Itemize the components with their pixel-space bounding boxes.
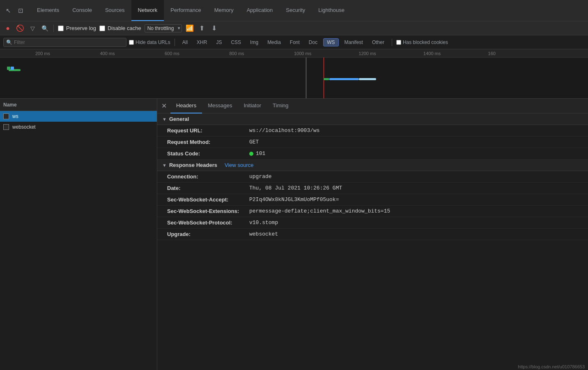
filter-manifest[interactable]: Manifest bbox=[341, 39, 366, 46]
throttle-wrapper: No throttling Fast 3G Slow 3G Offline bbox=[145, 24, 182, 32]
list-item-ws[interactable]: ws bbox=[0, 111, 157, 122]
websocket-item-label: websocket bbox=[12, 124, 36, 130]
wf-bar-2 bbox=[306, 64, 306, 81]
tick-4: 1000 ms bbox=[294, 51, 311, 56]
detail-tab-timing[interactable]: Timing bbox=[267, 99, 294, 113]
tab-security[interactable]: Security bbox=[279, 0, 312, 21]
record-button[interactable]: ● bbox=[3, 24, 12, 33]
detail-close-button[interactable]: ✕ bbox=[159, 101, 169, 111]
preserve-log-checkbox[interactable] bbox=[58, 25, 64, 31]
date-value: Thu, 08 Jul 2021 10:26:26 GMT bbox=[249, 185, 342, 191]
filter-other[interactable]: Other bbox=[369, 39, 388, 46]
tab-console[interactable]: Console bbox=[66, 0, 99, 21]
wf-bar-4 bbox=[329, 78, 359, 80]
network-list-header-label: Name bbox=[3, 102, 17, 108]
general-section-header[interactable]: ▼ General bbox=[157, 113, 588, 125]
filter-separator bbox=[175, 39, 175, 46]
status-code-row: Status Code: 101 bbox=[157, 148, 588, 160]
filter-all[interactable]: All bbox=[179, 39, 191, 46]
ws-item-icon bbox=[3, 113, 9, 119]
tab-memory[interactable]: Memory bbox=[208, 0, 240, 21]
timeline-area: 200 ms 400 ms 600 ms 800 ms 1000 ms 1200… bbox=[0, 49, 588, 99]
detail-tab-headers[interactable]: Headers bbox=[170, 99, 202, 113]
tick-1: 400 ms bbox=[100, 51, 115, 56]
filter-js[interactable]: JS bbox=[213, 39, 225, 46]
filter-separator-2 bbox=[392, 39, 392, 46]
filter-icon[interactable]: ▽ bbox=[28, 24, 37, 33]
request-method-key: Request Method: bbox=[167, 139, 249, 145]
request-method-row: Request Method: GET bbox=[157, 136, 588, 148]
sec-ws-protocol-value: v10.stomp bbox=[249, 220, 278, 226]
tab-lighthouse[interactable]: Lighthouse bbox=[312, 0, 351, 21]
throttle-select[interactable]: No throttling Fast 3G Slow 3G Offline bbox=[145, 24, 182, 32]
connection-row: Connection: upgrade bbox=[157, 171, 588, 183]
hide-data-urls-checkbox[interactable] bbox=[129, 40, 134, 45]
detail-tab-initiator[interactable]: Initiator bbox=[238, 99, 267, 113]
filter-input-wrapper[interactable]: 🔍 bbox=[3, 38, 126, 47]
request-url-value: ws://localhost:9003/ws bbox=[249, 127, 320, 134]
tab-network[interactable]: Network bbox=[131, 0, 164, 21]
top-nav: ↖ ⊡ Elements Console Sources Network Per… bbox=[0, 0, 588, 21]
list-item-websocket[interactable]: websocket bbox=[0, 122, 157, 132]
content-area: Name ws websocket ✕ Headers Messages Ini… bbox=[0, 99, 588, 370]
status-code-value: 101 bbox=[249, 150, 265, 157]
tab-sources[interactable]: Sources bbox=[99, 0, 131, 21]
tick-0: 200 ms bbox=[35, 51, 50, 56]
upload-icon[interactable]: ⬆ bbox=[198, 24, 207, 33]
sec-ws-extensions-key: Sec-WebSocket-Extensions: bbox=[167, 208, 249, 214]
request-url-row: Request URL: ws://localhost:9003/ws bbox=[157, 125, 588, 136]
filter-xhr[interactable]: XHR bbox=[193, 39, 210, 46]
general-arrow-icon: ▼ bbox=[162, 117, 167, 122]
sec-ws-extensions-row: Sec-WebSocket-Extensions: permessage-def… bbox=[157, 206, 588, 217]
search-icon[interactable]: 🔍 bbox=[40, 24, 49, 33]
tab-elements[interactable]: Elements bbox=[30, 0, 66, 21]
filter-doc[interactable]: Doc bbox=[305, 39, 321, 46]
wifi-icon[interactable]: 📶 bbox=[185, 24, 194, 33]
has-blocked-checkbox[interactable] bbox=[396, 40, 401, 45]
preserve-log-label[interactable]: Preserve log bbox=[58, 25, 96, 31]
tab-application[interactable]: Application bbox=[240, 0, 280, 21]
view-source-link[interactable]: View source bbox=[225, 162, 254, 168]
cursor-icon[interactable]: ↖ bbox=[3, 6, 13, 16]
sec-ws-accept-key: Sec-WebSocket-Accept: bbox=[167, 197, 249, 203]
filter-css[interactable]: CSS bbox=[227, 39, 244, 46]
status-code-key: Status Code: bbox=[167, 150, 249, 157]
connection-key: Connection: bbox=[167, 173, 249, 180]
disable-cache-checkbox[interactable] bbox=[99, 25, 105, 31]
response-headers-section-header[interactable]: ▼ Response Headers View source bbox=[157, 160, 588, 171]
has-blocked-label[interactable]: Has blocked cookies bbox=[396, 39, 448, 45]
detail-tab-messages[interactable]: Messages bbox=[202, 99, 238, 113]
download-icon[interactable]: ⬇ bbox=[210, 24, 219, 33]
devtools-icons: ↖ ⊡ bbox=[3, 6, 25, 16]
detail-content: ▼ General Request URL: ws://localhost:90… bbox=[157, 113, 588, 240]
status-url: https://blog.csdn.net/u010786653 bbox=[518, 364, 585, 369]
device-icon[interactable]: ⊡ bbox=[16, 6, 25, 16]
date-key: Date: bbox=[167, 185, 249, 191]
detail-panel: ✕ Headers Messages Initiator Timing ▼ Ge… bbox=[157, 99, 588, 370]
general-section-title: General bbox=[169, 116, 189, 122]
disable-cache-label[interactable]: Disable cache bbox=[99, 25, 141, 31]
status-bar: https://blog.csdn.net/u010786653 bbox=[514, 363, 588, 370]
response-headers-arrow-icon: ▼ bbox=[162, 163, 167, 168]
network-list: Name ws websocket bbox=[0, 99, 157, 370]
filter-media[interactable]: Media bbox=[264, 39, 284, 46]
detail-tabs: ✕ Headers Messages Initiator Timing bbox=[157, 99, 588, 113]
filter-ws[interactable]: WS bbox=[323, 38, 338, 46]
tick-7: 160 bbox=[488, 51, 496, 56]
filter-img[interactable]: Img bbox=[247, 39, 262, 46]
connection-value: upgrade bbox=[249, 173, 272, 180]
ws-item-label: ws bbox=[12, 113, 18, 119]
hide-data-urls-text: Hide data URLs bbox=[136, 39, 170, 45]
filter-input[interactable] bbox=[14, 39, 124, 45]
hide-data-urls-label[interactable]: Hide data URLs bbox=[129, 39, 170, 45]
filter-search-icon: 🔍 bbox=[6, 39, 12, 45]
timeline-waterfall[interactable] bbox=[0, 58, 588, 99]
stop-button[interactable]: 🚫 bbox=[16, 24, 25, 33]
websocket-item-icon bbox=[3, 124, 9, 130]
date-row: Date: Thu, 08 Jul 2021 10:26:26 GMT bbox=[157, 183, 588, 194]
filter-font[interactable]: Font bbox=[287, 39, 303, 46]
tab-performance[interactable]: Performance bbox=[164, 0, 207, 21]
waterfall-dot2 bbox=[11, 67, 14, 70]
upgrade-row: Upgrade: websocket bbox=[157, 229, 588, 240]
toolbar: ● 🚫 ▽ 🔍 Preserve log Disable cache No th… bbox=[0, 21, 588, 35]
